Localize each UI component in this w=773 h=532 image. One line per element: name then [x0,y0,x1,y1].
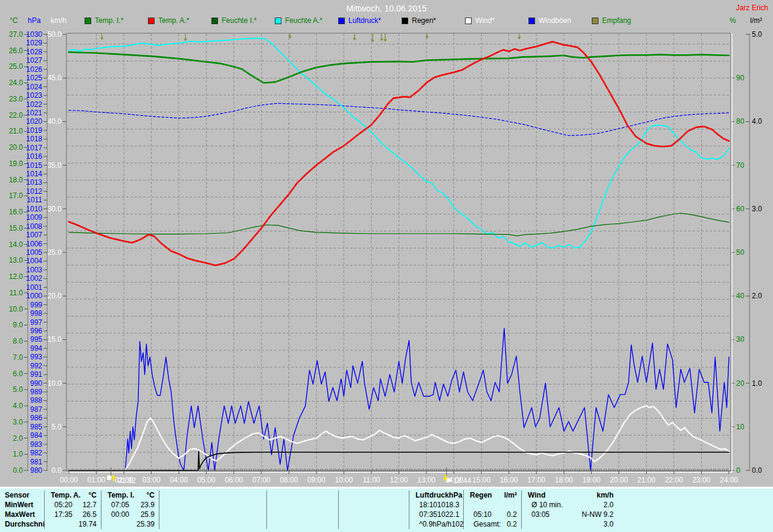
x-axis-label: 05:00 [197,476,216,484]
x-axis-label: 13:00 [417,476,435,484]
col-unit: °C [89,491,97,499]
cell-value: 12.7 [83,501,97,509]
x-axis-label: 12:00 [390,476,408,484]
table-cell: 03:05N-NW 9.2 [521,510,618,519]
summary-table-wrap: SensorTemp. A.°CTemp. I.°CLuftdruckhPaRe… [0,487,773,532]
table-col-header [159,490,266,500]
axis-tick-label: 1021 [26,109,42,117]
axis-tick-label: 25.0 [48,248,62,257]
cell-value: 26.5 [83,510,97,519]
axis-tick-label: 13.0 [9,256,24,264]
cell-time: 03:05 [531,510,550,519]
axis-tick-label: 26.0 [9,46,24,55]
cell-value: N-NW 9.2 [582,510,614,519]
table-cell: 18:101018.3 [409,500,463,510]
empfang-mark-icon [384,34,386,41]
axis-tick-label: 995 [30,335,42,344]
x-axis-label: 22:00 [665,476,683,484]
moon-icon [107,475,112,480]
axis-tick-label: 10 [736,423,745,431]
axis-tick-label: 988 [30,396,42,405]
axis-tick-label: 1009 [26,213,42,222]
axis-tick-label: 4.0 [752,117,762,126]
col-unit: hPa [449,491,462,499]
y-axis-l/m²: 0.01.02.03.04.05.0 [746,30,762,475]
x-axis-label: 08:00 [280,476,298,484]
cell-time: 17:35 [54,510,72,519]
axis-tick-label: 0.0 [51,466,62,475]
table-cell: 19.74 [44,519,101,529]
y-axis-km/h: 0.05.010.015.020.025.030.035.040.045.050… [48,30,66,475]
axis-tick-label: 1020 [26,117,42,126]
axis-tick-label: 1029 [26,39,42,47]
axis-tick-label: 1022 [26,100,42,109]
axis-tick-label: 989 [30,388,42,396]
cell-time: 00:00 [111,510,129,519]
axis-tick-label: 20 [736,379,745,388]
axis-tick-label: 4.0 [13,402,23,410]
axis-tick-label: 1018 [26,135,42,143]
y-axis-°C: 0.01.02.03.04.05.06.07.08.09.010.011.012… [9,30,28,475]
empfang-mark-icon [518,34,521,39]
x-axis-label: 06:00 [225,476,243,484]
axis-tick-label: 981 [30,458,42,466]
table-col-header: Windkm/h [521,490,618,500]
table-cell [338,519,409,529]
cell-time: Gesamt: [473,520,501,528]
axis-tick-label: 984 [30,431,42,440]
axis-tick-label: 5.0 [13,385,23,394]
axis-tick-label: 985 [30,423,42,431]
x-axis-label: 03:00 [143,476,161,484]
x-axis-label: 10:00 [335,476,353,484]
axis-tick-label: 1016 [26,152,42,161]
y-axis-hPa: 9809819829839849859869879889899909919929… [26,30,47,475]
axis-tick-label: 0 [736,466,740,475]
cell-value: 23.9 [141,501,155,509]
x-axis-label: 20:00 [610,476,628,484]
x-axis: 00:0001:0002:0003:0004:0005:0006:0007:00… [60,471,738,484]
axis-tick-label: 30.0 [48,205,62,213]
axis-tick-label: 8.0 [13,337,23,345]
axis-tick-label: 9.0 [13,321,23,329]
table-cell: Gesamt:0.2 [463,519,521,529]
cell-time: 05:10 [473,510,492,519]
table-cell: Ø 10 min.2.0 [521,500,618,510]
col-name: Regen [470,491,492,499]
weather-app-window: Mittwoch, 10.06.2015 Jarz Erich °C hPa k… [0,0,773,532]
axis-tick-label: 80 [736,117,745,126]
table-cell: 05:2012.7 [44,500,101,510]
x-axis-label: 19:00 [582,476,600,484]
x-axis-label: 21:00 [637,476,655,484]
axis-tick-label: 5.0 [752,30,762,39]
col-name: Temp. A. [51,491,80,499]
cell-value: 2.0 [603,501,614,509]
table-cell: 00:0025.9 [101,510,159,519]
col-unit: l/m² [504,491,517,499]
table-cell [266,519,338,529]
cell-time: 07:35 [419,510,437,519]
axis-tick-label: 90 [736,74,745,82]
axis-tick-label: 993 [30,353,42,361]
empfang-mark-icon [353,34,356,40]
chart-plot-area[interactable]: 0.01.02.03.04.05.06.07.08.09.010.011.012… [0,0,773,487]
cell-value: 1020.4 [452,520,463,528]
axis-tick-label: 999 [30,301,42,309]
axis-tick-label: 1.0 [752,379,762,388]
axis-tick-label: 1007 [26,231,42,239]
table-corner-label: Sensor [0,490,44,500]
axis-tick-label: 991 [30,370,42,379]
axis-tick-label: 983 [30,440,42,449]
table-cell: 3.0 [521,519,618,529]
axis-tick-label: 2.0 [13,434,23,443]
axis-tick-label: 25.0 [9,62,24,71]
table-cell: 07:351022.1 [409,510,463,519]
col-unit: km/h [597,491,614,499]
axis-tick-label: 40.0 [48,117,62,126]
cell-value: 0.2 [507,510,517,519]
gridlines [67,34,730,470]
axis-tick-label: 27.0 [9,30,24,39]
axis-tick-label: 14.0 [9,240,24,249]
table-col-header: LuftdruckhPa [409,490,463,500]
table-row-label: MaxWert [0,510,44,519]
table-col-header: Regenl/m² [463,490,521,500]
